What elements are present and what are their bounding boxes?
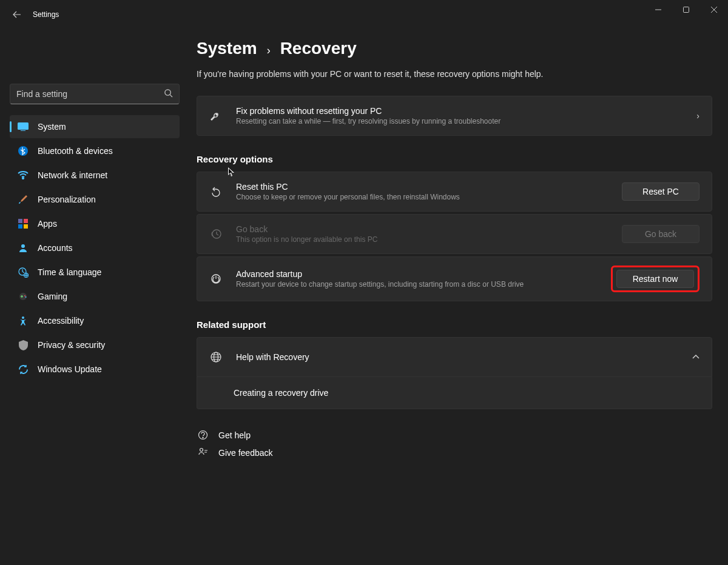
accessibility-icon bbox=[17, 315, 29, 327]
titlebar: Settings bbox=[0, 0, 728, 29]
link-label: Give feedback bbox=[218, 448, 273, 458]
gamepad-icon bbox=[17, 290, 29, 303]
sidebar-item-gaming[interactable]: Gaming bbox=[10, 285, 180, 308]
card-title: Fix problems without resetting your PC bbox=[236, 106, 690, 116]
restart-now-button[interactable]: Restart now bbox=[616, 270, 694, 288]
card-title: Advanced startup bbox=[236, 269, 611, 279]
sidebar-item-label: Time & language bbox=[38, 267, 101, 277]
svg-rect-6 bbox=[18, 219, 22, 223]
power-startup-icon bbox=[209, 272, 223, 286]
wifi-icon bbox=[17, 169, 29, 181]
search-input[interactable] bbox=[16, 89, 164, 99]
reset-icon bbox=[209, 185, 223, 198]
chevron-right-icon: › bbox=[696, 111, 699, 121]
sidebar-item-windows-update[interactable]: Windows Update bbox=[10, 358, 180, 381]
svg-rect-7 bbox=[24, 219, 28, 223]
section-heading-support: Related support bbox=[197, 319, 712, 330]
main-content: System › Recovery If you're having probl… bbox=[182, 29, 728, 565]
breadcrumb-parent[interactable]: System bbox=[197, 39, 257, 58]
shield-icon bbox=[17, 339, 29, 351]
link-label: Creating a recovery drive bbox=[234, 388, 328, 398]
sidebar-item-personalization[interactable]: Personalization bbox=[10, 188, 180, 211]
svg-rect-3 bbox=[21, 130, 25, 131]
sidebar-item-accessibility[interactable]: Accessibility bbox=[10, 309, 180, 332]
svg-rect-8 bbox=[18, 224, 22, 229]
bluetooth-icon bbox=[17, 145, 29, 157]
sidebar-item-label: Apps bbox=[38, 219, 57, 229]
sidebar-item-label: Gaming bbox=[38, 292, 67, 301]
card-help-recovery[interactable]: Help with Recovery bbox=[197, 337, 712, 377]
sidebar-item-privacy[interactable]: Privacy & security bbox=[10, 333, 180, 356]
sidebar-item-label: Network & internet bbox=[38, 170, 107, 180]
card-advanced-startup: Advanced startup Restart your device to … bbox=[197, 256, 712, 301]
breadcrumb: System › Recovery bbox=[197, 39, 712, 58]
reset-pc-button[interactable]: Reset PC bbox=[622, 182, 699, 201]
app-title: Settings bbox=[33, 10, 59, 19]
sidebar-item-label: Bluetooth & devices bbox=[38, 146, 113, 156]
breadcrumb-current: Recovery bbox=[280, 39, 357, 58]
maximize-button[interactable] bbox=[672, 0, 700, 19]
svg-rect-2 bbox=[18, 122, 29, 130]
sidebar-item-label: System bbox=[38, 122, 66, 132]
intro-text: If you're having problems with your PC o… bbox=[197, 69, 712, 79]
back-button[interactable] bbox=[5, 2, 29, 27]
update-icon bbox=[17, 363, 29, 375]
chevron-right-icon: › bbox=[267, 44, 271, 57]
chevron-up-icon bbox=[692, 353, 699, 361]
link-label: Get help bbox=[218, 430, 251, 440]
globe-icon bbox=[209, 350, 223, 364]
sidebar-item-network[interactable]: Network & internet bbox=[10, 164, 180, 187]
close-button[interactable] bbox=[700, 0, 728, 19]
sidebar-item-label: Accounts bbox=[38, 243, 73, 253]
wrench-icon bbox=[209, 109, 223, 122]
card-title: Go back bbox=[236, 224, 622, 234]
go-back-button: Go back bbox=[622, 225, 699, 243]
svg-point-10 bbox=[21, 244, 25, 248]
feedback-icon bbox=[197, 447, 209, 458]
search-icon bbox=[164, 89, 173, 100]
link-give-feedback[interactable]: Give feedback bbox=[197, 447, 712, 458]
svg-point-1 bbox=[165, 89, 170, 95]
sidebar-item-time-language[interactable]: Time & language bbox=[10, 261, 180, 284]
card-go-back: Go back This option is no longer availab… bbox=[197, 214, 712, 254]
card-subtitle: This option is no longer available on th… bbox=[236, 235, 622, 244]
minimize-button[interactable] bbox=[644, 0, 672, 19]
card-title: Reset this PC bbox=[236, 182, 622, 192]
person-icon bbox=[17, 242, 29, 254]
help-icon bbox=[197, 430, 209, 440]
card-subtitle: Choose to keep or remove your personal f… bbox=[236, 193, 622, 201]
card-subtitle: Restart your device to change startup se… bbox=[236, 280, 611, 289]
section-heading-recovery: Recovery options bbox=[197, 154, 712, 164]
sidebar-item-label: Accessibility bbox=[38, 316, 84, 326]
card-fix-problems[interactable]: Fix problems without resetting your PC R… bbox=[197, 96, 712, 136]
svg-point-22 bbox=[202, 437, 203, 438]
card-subtitle: Resetting can take a while — first, try … bbox=[236, 117, 690, 125]
link-get-help[interactable]: Get help bbox=[197, 430, 712, 440]
clock-globe-icon bbox=[17, 266, 29, 278]
sidebar-item-accounts[interactable]: Accounts bbox=[10, 236, 180, 259]
apps-icon bbox=[17, 218, 29, 230]
history-icon bbox=[209, 227, 223, 241]
sidebar: System Bluetooth & devices Network & int… bbox=[0, 29, 182, 565]
system-icon bbox=[17, 121, 29, 133]
highlight-annotation: Restart now bbox=[611, 266, 699, 292]
svg-rect-0 bbox=[684, 7, 689, 13]
sidebar-item-label: Windows Update bbox=[38, 364, 102, 374]
svg-point-23 bbox=[200, 449, 203, 452]
search-box[interactable] bbox=[10, 84, 180, 104]
sidebar-item-system[interactable]: System bbox=[10, 115, 180, 138]
card-title: Help with Recovery bbox=[236, 352, 686, 362]
svg-point-16 bbox=[22, 316, 24, 319]
svg-point-5 bbox=[22, 178, 24, 179]
sidebar-item-bluetooth[interactable]: Bluetooth & devices bbox=[10, 139, 180, 162]
sidebar-item-apps[interactable]: Apps bbox=[10, 212, 180, 235]
link-creating-recovery-drive[interactable]: Creating a recovery drive bbox=[197, 377, 712, 409]
paintbrush-icon bbox=[17, 193, 29, 206]
card-reset-pc: Reset this PC Choose to keep or remove y… bbox=[197, 172, 712, 212]
sidebar-item-label: Personalization bbox=[38, 195, 96, 204]
sidebar-item-label: Privacy & security bbox=[38, 340, 105, 350]
svg-rect-9 bbox=[24, 224, 28, 229]
svg-point-14 bbox=[24, 295, 25, 296]
svg-point-15 bbox=[25, 296, 27, 298]
